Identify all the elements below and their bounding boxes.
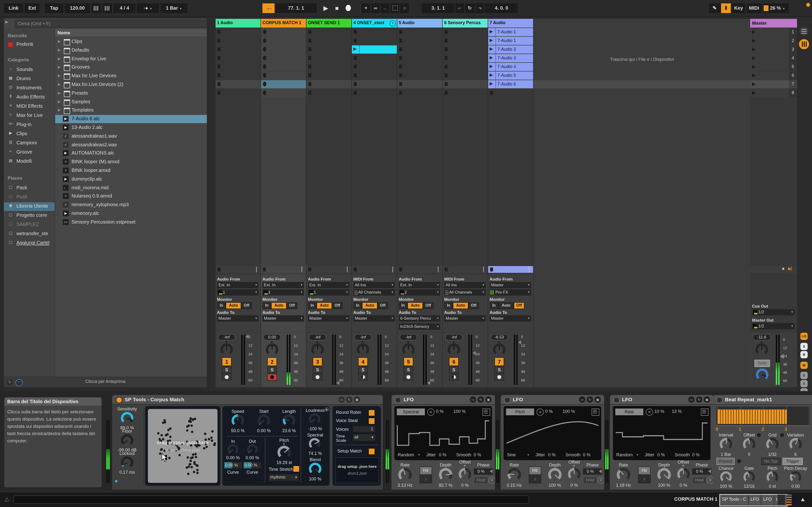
solo-button[interactable]: S — [449, 367, 459, 373]
clip-slot[interactable] — [352, 63, 397, 71]
input-chooser-icon[interactable]: ▼ — [390, 20, 396, 26]
file-row[interactable]: ▶Max for Live Devices — [55, 72, 207, 80]
lfo-min-value[interactable]: 0 % — [436, 409, 444, 414]
rate-sync-button[interactable]: ♪ — [419, 475, 432, 483]
rate-hz-button[interactable]: Hz — [638, 466, 651, 475]
punch-in-icon[interactable]: ⌐ — [455, 3, 464, 13]
clip-slot[interactable] — [215, 37, 260, 45]
input-type-chooser[interactable]: All Ins▼ — [444, 282, 486, 288]
hot-swap-icon[interactable]: ↻ — [587, 396, 593, 403]
track-header[interactable]: 1 Audio — [215, 19, 260, 27]
gate-knob[interactable] — [743, 471, 755, 483]
arm-button[interactable] — [449, 374, 459, 381]
repeat-button[interactable]: Repeat — [716, 458, 735, 465]
solo-button[interactable]: S — [358, 367, 368, 373]
pitch-knob[interactable] — [277, 446, 291, 459]
master-out-chooser[interactable]: 1/2▼ — [752, 323, 795, 329]
grid-value[interactable]: 1/32 — [761, 452, 784, 457]
file-row[interactable]: ▶Max.for.Live.Devices (2) — [55, 80, 207, 89]
pan-knob[interactable] — [357, 343, 369, 356]
crossfade-button[interactable]: X — [800, 380, 808, 387]
sidebar-item-plug-in[interactable]: ⊣⊢Plug-in — [4, 121, 55, 129]
solo-button[interactable]: S — [222, 367, 232, 373]
save-preset-icon[interactable]: ▣ — [595, 396, 601, 403]
jitter-value[interactable]: 0 % — [439, 452, 446, 457]
sidebar-item-wetransfer-ste[interactable]: ▢wetransfer_ste — [4, 230, 55, 238]
time-stretch-checkbox[interactable] — [293, 465, 300, 472]
meter-view-button[interactable] — [799, 39, 809, 49]
monitor-in-button[interactable]: In — [399, 302, 407, 309]
file-row[interactable]: ⌗BINK looper.amxd — [55, 167, 207, 175]
cpu-meter[interactable]: 26 % ▼ — [763, 3, 789, 13]
sidebar-item-libreria-utente[interactable]: ◉Libreria Utente — [4, 202, 55, 211]
clip-slot[interactable] — [215, 45, 260, 54]
device-on-toggle[interactable] — [716, 397, 723, 403]
monitor-in-button[interactable]: In — [353, 302, 362, 309]
loop-icon[interactable]: ↻ — [465, 3, 475, 13]
map-mode-icon[interactable]: ▭ — [579, 396, 585, 403]
monitor-off-button[interactable]: Off — [377, 302, 388, 309]
lfo-min-value[interactable]: 10 % — [654, 409, 664, 414]
offset-knob[interactable] — [677, 468, 690, 481]
stretch-mode-chooser[interactable]: rhythmic▼ — [269, 474, 299, 481]
lfo-list-icon[interactable] — [701, 408, 709, 416]
param-value[interactable]: 50.0 % — [223, 428, 252, 433]
voices-field[interactable]: 1 — [353, 426, 375, 432]
clip-slot[interactable] — [397, 80, 442, 89]
clip-slot[interactable] — [215, 54, 260, 62]
pitch-decay-knob[interactable] — [790, 471, 801, 483]
input-type-chooser[interactable]: Ext. In▼ — [399, 282, 440, 288]
repeat-grid-display[interactable] — [716, 406, 810, 426]
output-chooser[interactable]: Master▼ — [217, 315, 259, 322]
lfo-map-button[interactable]: Rate — [615, 408, 643, 415]
clip-slot[interactable] — [397, 45, 442, 54]
clip-slot[interactable] — [261, 45, 306, 54]
chance-value[interactable]: 100 % — [714, 484, 738, 489]
depth-knob[interactable] — [439, 468, 452, 482]
setup-drop-zone[interactable]: drag setup .json heredrum1.json — [336, 457, 379, 483]
sidebar-item-aggiungi-cartel[interactable]: ▢Aggiungi Cartel — [4, 239, 55, 248]
hold-button[interactable]: Hold — [692, 476, 707, 484]
clip-slot[interactable] — [443, 89, 488, 97]
clip-slot[interactable] — [443, 45, 488, 54]
save-preset-icon[interactable]: ▣ — [354, 396, 360, 403]
file-row[interactable]: ⌗Nularseq 0.9.amxd — [55, 192, 207, 201]
output-chooser[interactable]: 6-Sensory Percu▼ — [399, 315, 440, 322]
clip-slot[interactable] — [261, 63, 306, 71]
track-activator-button[interactable]: 3 — [313, 357, 322, 366]
pan-knob[interactable] — [755, 343, 768, 356]
sidebar-item-sounds[interactable]: ♪Sounds — [4, 66, 55, 74]
volume-value[interactable]: 0.00 — [263, 334, 281, 340]
monitor-auto-button[interactable]: Auto — [271, 302, 287, 309]
monitor-auto-button[interactable]: Auto — [317, 302, 332, 309]
clip-slot[interactable] — [352, 54, 397, 62]
arm-button[interactable] — [358, 374, 368, 381]
clip-slot[interactable] — [215, 63, 260, 71]
volume-value[interactable]: -6.53 — [491, 334, 508, 340]
metronome-button[interactable]: ◦● ▼ — [137, 3, 159, 13]
output-chooser[interactable]: Master▼ — [490, 315, 531, 322]
link-button[interactable]: Link — [4, 3, 23, 13]
out-curve-slider[interactable]: 0.00 % — [244, 462, 261, 468]
sidebar-item-pack[interactable]: ▢Pack — [4, 184, 55, 193]
pan-knob[interactable] — [220, 343, 233, 356]
clip-slot[interactable] — [352, 28, 397, 36]
clip-slot[interactable] — [306, 63, 351, 71]
input-type-chooser[interactable]: Ext. In▼ — [262, 282, 304, 288]
loudness-value[interactable]: -100 % — [301, 427, 329, 431]
phase-slider[interactable]: 0 % — [474, 468, 493, 475]
clip-slot[interactable] — [397, 63, 442, 71]
solo-button[interactable]: S — [313, 367, 322, 373]
device-on-toggle[interactable] — [613, 397, 620, 403]
clip-slot[interactable]: ▶7-Audio 1 — [488, 37, 533, 45]
monitor-auto-button[interactable]: Auto — [498, 302, 514, 309]
file-row[interactable]: ⌗BINK looper (M).amxd — [55, 158, 207, 166]
param-value[interactable]: 0.00 % — [238, 455, 267, 460]
cue-volume-knob[interactable] — [756, 369, 768, 381]
clip-slot[interactable] — [261, 71, 306, 80]
mixer-button[interactable]: M — [800, 362, 808, 369]
overdub-button[interactable]: ∞ — [371, 3, 380, 13]
clip-stop-row[interactable] — [306, 266, 351, 273]
track-header[interactable]: ONSET SEND 1 — [306, 19, 351, 27]
scene-slot[interactable]: ▶3 — [750, 45, 797, 54]
